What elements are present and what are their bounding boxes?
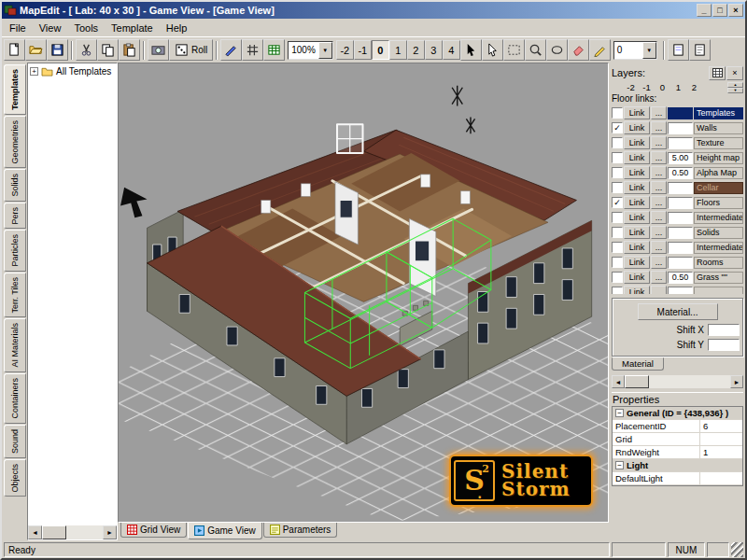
- layer-value-field[interactable]: [668, 257, 693, 269]
- sidebar-tab-objects[interactable]: Objects: [4, 459, 26, 497]
- floor-button--2[interactable]: -2: [336, 40, 354, 60]
- render-button[interactable]: [148, 39, 169, 61]
- property-value[interactable]: 6: [700, 421, 742, 431]
- shift-y-field[interactable]: [708, 339, 740, 351]
- property-row-rndweight[interactable]: RndWeight1: [613, 446, 742, 459]
- scroll-right-icon[interactable]: ►: [730, 375, 743, 388]
- material-button[interactable]: Material...: [638, 303, 718, 320]
- property-row-placementid[interactable]: PlacementID6: [613, 420, 742, 433]
- collapse-icon[interactable]: −: [615, 409, 624, 417]
- tree-expander-icon[interactable]: +: [30, 67, 38, 76]
- draw-button[interactable]: [220, 39, 242, 61]
- menu-tools[interactable]: Tools: [67, 21, 105, 35]
- browse-button[interactable]: ...: [651, 211, 667, 224]
- viewport-3d-scene[interactable]: [119, 63, 608, 522]
- layer-checkbox[interactable]: [612, 287, 623, 294]
- chevron-down-icon[interactable]: ▼: [318, 42, 332, 59]
- panel-hscrollbar[interactable]: ◄ ►: [612, 375, 743, 388]
- property-row-general-id-438-936[interactable]: −General (ID = {438,936} ): [613, 407, 742, 420]
- eraser-tool-button[interactable]: [568, 39, 589, 61]
- maximize-button[interactable]: □: [712, 4, 727, 17]
- layer-name[interactable]: Rooms: [694, 257, 743, 269]
- layer-name[interactable]: Height map: [694, 152, 743, 164]
- layer-checkbox[interactable]: [612, 272, 623, 283]
- link-button[interactable]: Link: [624, 271, 650, 284]
- property-value[interactable]: 1: [700, 447, 742, 457]
- browse-button[interactable]: ...: [651, 256, 667, 269]
- link-button[interactable]: Link: [624, 151, 650, 164]
- layer-combo-value[interactable]: 0: [614, 45, 642, 55]
- tab-grid-view[interactable]: Grid View: [120, 523, 187, 538]
- layer-checkbox[interactable]: [612, 167, 623, 178]
- browse-button[interactable]: ...: [651, 196, 667, 209]
- sidebar-tab-templates[interactable]: Templates: [4, 64, 26, 115]
- layer-value-field[interactable]: [668, 287, 693, 295]
- layer-checkbox[interactable]: [612, 242, 623, 253]
- layer-checkbox[interactable]: [612, 212, 623, 223]
- tree-item-all-templates[interactable]: + All Templates: [30, 66, 115, 77]
- property-row-grid[interactable]: Grid: [613, 433, 742, 446]
- menu-file[interactable]: File: [3, 21, 33, 35]
- layer-name[interactable]: Floors: [694, 197, 743, 209]
- layers-close-button[interactable]: ×: [726, 66, 743, 80]
- link-button[interactable]: Link: [624, 241, 650, 254]
- open-button[interactable]: [25, 39, 47, 61]
- sidebar-tab-pers[interactable]: Pers: [4, 203, 26, 230]
- floor-button--1[interactable]: -1: [354, 40, 372, 60]
- layer-combo[interactable]: 0▼: [613, 41, 657, 60]
- layer-checkbox[interactable]: ✓: [612, 197, 623, 208]
- browse-button[interactable]: ...: [651, 271, 667, 284]
- menu-help[interactable]: Help: [160, 21, 194, 35]
- layer-value-field[interactable]: [668, 122, 693, 134]
- scroll-right-icon[interactable]: ►: [103, 525, 117, 539]
- layer-value-field[interactable]: [668, 212, 693, 224]
- link-button[interactable]: Link: [624, 166, 650, 179]
- chevron-down-icon[interactable]: ▼: [642, 42, 656, 59]
- browse-button[interactable]: ...: [651, 181, 667, 194]
- shift-x-field[interactable]: [708, 324, 740, 336]
- scroll-thumb[interactable]: [625, 375, 649, 388]
- sidebar-tab-sound[interactable]: Sound: [4, 425, 26, 458]
- roll-button[interactable]: Roll: [169, 39, 213, 61]
- browse-button[interactable]: ...: [651, 151, 667, 164]
- browse-button[interactable]: ...: [651, 286, 667, 294]
- floor-button-3[interactable]: 3: [425, 40, 443, 60]
- layer-value-field[interactable]: [668, 197, 693, 209]
- layer-checkbox[interactable]: [612, 107, 623, 119]
- layer-name[interactable]: Alpha Map: [694, 167, 743, 179]
- tab-parameters[interactable]: Parameters: [263, 523, 338, 538]
- link-button[interactable]: Link: [624, 136, 650, 149]
- link-button[interactable]: Link: [624, 181, 650, 194]
- layer-name[interactable]: Templates: [694, 107, 743, 119]
- scroll-thumb[interactable]: [42, 525, 66, 539]
- zoom-combo[interactable]: 100%▼: [288, 41, 333, 60]
- browse-button[interactable]: ...: [651, 226, 667, 239]
- layer-checkbox[interactable]: [612, 137, 623, 148]
- layer-name[interactable]: Walls: [694, 122, 743, 134]
- browse-button[interactable]: ...: [651, 121, 667, 134]
- menu-template[interactable]: Template: [105, 21, 160, 35]
- page-list-button[interactable]: [689, 39, 711, 61]
- link-button[interactable]: Link: [624, 196, 650, 209]
- floor-button-0[interactable]: 0: [372, 40, 389, 60]
- zoom-combo-value[interactable]: 100%: [289, 45, 318, 55]
- layer-name[interactable]: Solids: [694, 227, 743, 239]
- scroll-track[interactable]: [625, 375, 730, 388]
- layer-value-field[interactable]: [668, 137, 693, 149]
- scroll-left-icon[interactable]: ◄: [612, 375, 625, 388]
- tab-material[interactable]: Material: [612, 357, 664, 371]
- layer-checkbox[interactable]: [612, 257, 623, 268]
- link-button[interactable]: Link: [624, 211, 650, 224]
- paste-button[interactable]: [119, 39, 140, 61]
- minimize-button[interactable]: _: [697, 4, 712, 17]
- game-viewport[interactable]: S 2 . Silent Storm: [118, 63, 609, 523]
- copy-button[interactable]: [97, 39, 119, 61]
- browse-button[interactable]: ...: [651, 241, 667, 254]
- save-button[interactable]: [47, 39, 68, 61]
- browse-button[interactable]: ...: [651, 166, 667, 179]
- menu-view[interactable]: View: [33, 21, 68, 35]
- link-button[interactable]: Link: [624, 226, 650, 239]
- layer-name[interactable]: [694, 287, 743, 295]
- floor-button-4[interactable]: 4: [443, 40, 460, 60]
- layers-grid-button[interactable]: [709, 66, 726, 80]
